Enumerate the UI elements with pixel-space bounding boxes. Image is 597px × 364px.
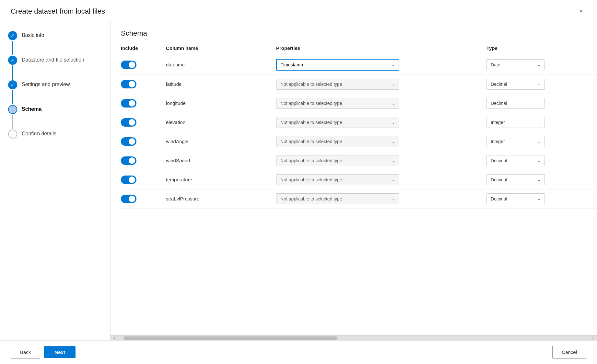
type-dropdown[interactable]: Decimal⌄	[486, 79, 545, 90]
scroll-right-icon[interactable]: ›	[592, 336, 593, 340]
include-cell	[121, 113, 166, 132]
step-connector-1: ✓	[8, 31, 17, 56]
include-toggle[interactable]	[121, 195, 136, 203]
chevron-down-icon: ⌄	[392, 120, 395, 125]
include-cell	[121, 75, 166, 94]
properties-value: Not applicable to selected type	[280, 82, 342, 87]
properties-cell: Not applicable to selected type⌄	[276, 113, 486, 132]
step-item-datastore: ✓ Datastore and file selection	[8, 56, 102, 80]
type-value: Integer	[491, 120, 505, 125]
properties-value: Not applicable to selected type	[280, 101, 342, 106]
properties-value: Not applicable to selected type	[280, 120, 342, 125]
include-toggle[interactable]	[121, 176, 136, 184]
type-value: Decimal	[491, 158, 507, 163]
type-value: Decimal	[491, 196, 507, 201]
step-label-datastore: Datastore and file selection	[22, 56, 84, 63]
table-row: datetimeTimestamp⌄Date⌄	[121, 55, 597, 75]
properties-dropdown[interactable]: Not applicable to selected type⌄	[276, 98, 399, 109]
step-line-4	[12, 115, 13, 129]
scroll-thumb[interactable]	[123, 336, 337, 340]
type-dropdown[interactable]: Date⌄	[486, 59, 545, 70]
chevron-down-icon: ⌄	[537, 139, 541, 144]
type-cell: Decimal⌄	[486, 94, 597, 113]
type-cell: Decimal⌄	[486, 75, 597, 94]
include-toggle[interactable]	[121, 80, 136, 88]
column-name-text: windSpeed	[166, 158, 190, 163]
step-circle-datastore: ✓	[8, 56, 17, 65]
step-check-icon: ✓	[11, 33, 15, 38]
include-toggle[interactable]	[121, 118, 136, 127]
step-connector-3: ✓	[8, 80, 17, 105]
type-dropdown[interactable]: Decimal⌄	[486, 98, 545, 109]
chevron-down-icon: ⌄	[392, 63, 395, 67]
type-value: Integer	[491, 139, 505, 144]
col-header-include: Include	[121, 43, 166, 55]
type-dropdown[interactable]: Decimal⌄	[486, 193, 545, 204]
horizontal-scrollbar[interactable]: ‹ ›	[111, 335, 597, 340]
cancel-button[interactable]: Cancel	[552, 346, 586, 358]
column-name-cell: temperature	[166, 170, 276, 189]
next-button[interactable]: Next	[44, 346, 76, 358]
col-header-properties: Properties	[276, 43, 486, 55]
type-dropdown[interactable]: Integer⌄	[486, 117, 545, 128]
properties-dropdown[interactable]: Not applicable to selected type⌄	[276, 155, 399, 166]
include-toggle[interactable]	[121, 137, 136, 146]
column-name-text: windAngle	[166, 139, 188, 144]
include-toggle[interactable]	[121, 156, 136, 165]
include-toggle[interactable]	[121, 99, 136, 108]
table-row: seaLvlPressureNot applicable to selected…	[121, 189, 597, 209]
dialog-header: Create dataset from local files ×	[0, 0, 597, 21]
properties-value: Not applicable to selected type	[280, 139, 342, 144]
chevron-down-icon: ⌄	[537, 177, 541, 182]
properties-dropdown[interactable]: Not applicable to selected type⌄	[276, 79, 399, 90]
properties-dropdown[interactable]: Not applicable to selected type⌄	[276, 117, 399, 128]
table-row: temperatureNot applicable to selected ty…	[121, 170, 597, 189]
chevron-down-icon: ⌄	[392, 82, 395, 86]
step-connector-5	[8, 130, 17, 139]
include-toggle[interactable]	[121, 61, 136, 69]
properties-dropdown[interactable]: Not applicable to selected type⌄	[276, 174, 399, 185]
chevron-down-icon: ⌄	[392, 101, 395, 106]
properties-dropdown[interactable]: Timestamp⌄	[276, 59, 399, 71]
chevron-down-icon: ⌄	[537, 82, 541, 86]
step-connector-2: ✓	[8, 56, 17, 80]
include-cell	[121, 189, 166, 209]
step-item-schema: Schema	[8, 105, 102, 130]
properties-cell: Not applicable to selected type⌄	[276, 132, 486, 151]
sidebar: ✓ Basic info ✓ Datastore and file select…	[0, 21, 111, 340]
column-name-text: latitude	[166, 81, 181, 87]
properties-dropdown[interactable]: Not applicable to selected type⌄	[276, 136, 399, 147]
chevron-down-icon: ⌄	[537, 101, 541, 106]
column-name-cell: longitude	[166, 94, 276, 113]
close-button[interactable]: ×	[576, 6, 586, 17]
column-name-cell: seaLvlPressure	[166, 189, 276, 209]
step-label-confirm: Confirm details	[22, 130, 56, 137]
properties-cell: Not applicable to selected type⌄	[276, 75, 486, 94]
schema-area: Schema Include Column name Properties Ty…	[111, 21, 597, 340]
include-cell	[121, 94, 166, 113]
chevron-down-icon: ⌄	[537, 120, 541, 125]
properties-cell: Not applicable to selected type⌄	[276, 94, 486, 113]
type-value: Decimal	[491, 177, 507, 182]
dialog-footer: Back Next Cancel	[0, 340, 597, 364]
col-header-type: Type	[486, 43, 597, 55]
column-name-cell: windAngle	[166, 132, 276, 151]
type-dropdown[interactable]: Decimal⌄	[486, 174, 545, 185]
schema-table-wrapper[interactable]: Include Column name Properties Type date…	[111, 43, 597, 335]
type-value: Date	[491, 62, 500, 67]
scroll-left-icon[interactable]: ‹	[114, 336, 115, 340]
column-name-cell: latitude	[166, 75, 276, 94]
type-dropdown[interactable]: Decimal⌄	[486, 155, 545, 166]
type-dropdown[interactable]: Integer⌄	[486, 136, 545, 147]
dialog-body: ✓ Basic info ✓ Datastore and file select…	[0, 21, 597, 340]
type-cell: Decimal⌄	[486, 189, 597, 209]
chevron-down-icon: ⌄	[392, 139, 395, 144]
step-label-basic-info: Basic info	[22, 31, 44, 38]
include-cell	[121, 170, 166, 189]
step-check-icon-3: ✓	[11, 82, 15, 87]
table-row: windAngleNot applicable to selected type…	[121, 132, 597, 151]
main-content: Schema Include Column name Properties Ty…	[111, 21, 597, 340]
properties-dropdown[interactable]: Not applicable to selected type⌄	[276, 193, 399, 204]
properties-value: Not applicable to selected type	[280, 158, 342, 163]
back-button[interactable]: Back	[11, 346, 40, 358]
